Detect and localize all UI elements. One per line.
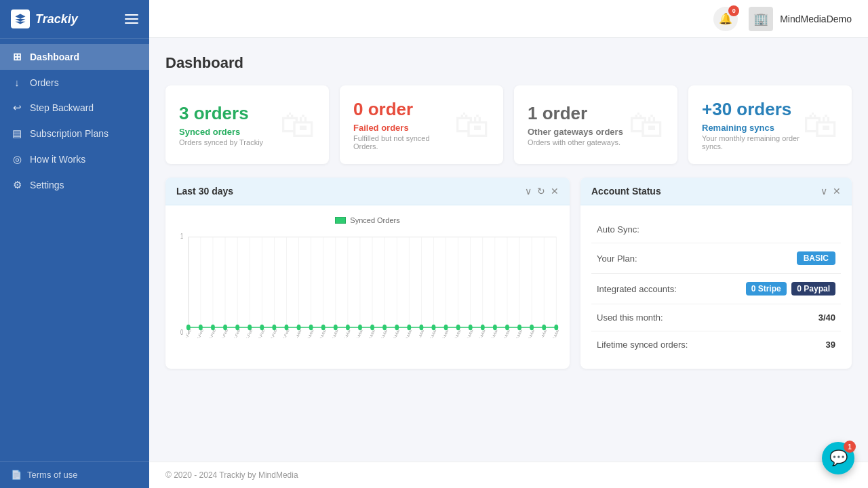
user-menu[interactable]: 🏢 MindMediaDemo xyxy=(749,7,852,31)
auto-sync-row: Auto Sync: xyxy=(591,216,841,243)
plan-badge: BASIC xyxy=(797,251,835,265)
how-it-works-icon: ◎ xyxy=(11,153,23,165)
account-status-title: Account Status xyxy=(591,186,661,197)
chart-close-icon[interactable]: ✕ xyxy=(551,186,559,197)
terms-icon: 📄 xyxy=(11,470,22,480)
user-icon: 🏢 xyxy=(749,7,773,31)
lifetime-synced-value: 39 xyxy=(728,331,841,359)
failed-orders-number: 0 order xyxy=(353,99,454,120)
notification-badge: 0 xyxy=(728,5,739,16)
terms-of-use-link[interactable]: 📄 Terms of use xyxy=(0,461,149,488)
account-close-icon[interactable]: ✕ xyxy=(833,186,841,197)
chart-refresh-icon[interactable]: ↻ xyxy=(537,186,545,197)
remaining-orders-number: +30 orders xyxy=(702,99,803,120)
sidebar-label-orders: Orders xyxy=(30,77,59,88)
synced-orders-label: Synced orders xyxy=(179,127,263,137)
svg-text:0: 0 xyxy=(180,328,183,336)
sidebar-label-how-it-works: How it Works xyxy=(30,154,85,165)
sidebar-label-settings: Settings xyxy=(30,180,64,190)
account-status-header: Account Status ∨ ✕ xyxy=(580,178,852,205)
chat-badge: 1 xyxy=(844,441,856,453)
failed-orders-sub: Fulfilled but not synced Orders. xyxy=(353,134,454,150)
integrated-accounts-label: Integrated accounts: xyxy=(591,274,728,304)
synced-orders-sub: Orders synced by Trackiy xyxy=(179,138,263,146)
plan-label: Your Plan: xyxy=(591,243,728,274)
other-orders-sub: Orders with other gateways. xyxy=(528,138,623,146)
lifetime-synced-label: Lifetime synced orders: xyxy=(591,331,728,359)
auto-sync-label: Auto Sync: xyxy=(591,216,728,243)
logo-area: Trackiy xyxy=(11,9,78,28)
stats-row: 3 orders Synced orders Orders synced by … xyxy=(165,85,852,164)
sidebar-item-step-backward[interactable]: ↩ Step Backward xyxy=(0,95,149,121)
plan-value: BASIC xyxy=(728,243,841,274)
chart-panel-controls: ∨ ↻ ✕ xyxy=(525,186,559,197)
panels-row: Last 30 days ∨ ↻ ✕ Synced Orders xyxy=(165,178,852,369)
legend-synced-box xyxy=(335,217,346,224)
username: MindMediaDemo xyxy=(780,14,852,24)
integrated-accounts-value: 0 Stripe 0 Paypal xyxy=(728,274,841,304)
account-status-body: Auto Sync: Your Plan: BASIC Integrated xyxy=(580,205,852,369)
sidebar-item-settings[interactable]: ⚙ Settings xyxy=(0,172,149,198)
stat-card-failed: 0 order Failed orders Fulfilled but not … xyxy=(340,85,503,164)
paypal-badge: 0 Paypal xyxy=(791,282,835,296)
failed-orders-label: Failed orders xyxy=(353,123,454,133)
other-orders-label: Other gateways orders xyxy=(528,127,623,137)
failed-orders-icon: 🛍 xyxy=(454,107,490,142)
chart-area: 1 0 21-Feb22-Feb23-Feb24 xyxy=(176,230,559,338)
sidebar-header: Trackiy xyxy=(0,0,149,39)
remaining-orders-icon: 🛍 xyxy=(803,107,838,142)
sidebar-item-how-it-works[interactable]: ◎ How it Works xyxy=(0,146,149,172)
chart-collapse-icon[interactable]: ∨ xyxy=(525,186,532,197)
sidebar-item-orders[interactable]: ↓ Orders xyxy=(0,70,149,95)
header: 🔔 0 🏢 MindMediaDemo xyxy=(149,0,868,38)
chart-panel-body: Synced Orders 1 0 xyxy=(165,205,570,349)
footer: © 2020 - 2024 Trackiy by MindMedia xyxy=(149,462,868,488)
sidebar-item-dashboard[interactable]: ⊞ Dashboard xyxy=(0,44,149,70)
lifetime-synced-row: Lifetime synced orders: 39 xyxy=(591,331,841,359)
sidebar-label-step-backward: Step Backward xyxy=(30,102,94,113)
used-this-month-label: Used this month: xyxy=(591,304,728,331)
used-this-month-row: Used this month: 3/40 xyxy=(591,304,841,331)
other-orders-icon: 🛍 xyxy=(629,107,664,142)
step-backward-icon: ↩ xyxy=(11,102,23,114)
content-area: Dashboard 3 orders Synced orders Orders … xyxy=(149,38,868,462)
subscription-icon: ▤ xyxy=(11,127,23,140)
chat-bubble[interactable]: 💬 1 xyxy=(822,442,854,474)
auto-sync-value xyxy=(728,216,841,243)
logo-icon xyxy=(11,9,30,28)
app-name: Trackiy xyxy=(35,12,78,26)
sidebar-label-subscription: Subscription Plans xyxy=(30,128,108,139)
orders-icon: ↓ xyxy=(11,77,23,88)
page-title: Dashboard xyxy=(165,54,852,72)
footer-text: © 2020 - 2024 Trackiy by MindMedia xyxy=(165,470,298,480)
svg-text:1: 1 xyxy=(180,232,183,241)
notification-bell[interactable]: 🔔 0 xyxy=(713,7,738,31)
synced-orders-icon: 🛍 xyxy=(280,107,315,142)
plan-row: Your Plan: BASIC xyxy=(591,243,841,274)
account-table: Auto Sync: Your Plan: BASIC Integrated xyxy=(591,216,841,358)
account-collapse-icon[interactable]: ∨ xyxy=(821,186,827,197)
chart-svg: 1 0 21-Feb22-Feb23-Feb24 xyxy=(176,230,559,338)
main-area: 🔔 0 🏢 MindMediaDemo Dashboard 3 orders S… xyxy=(149,0,868,488)
synced-orders-number: 3 orders xyxy=(179,103,263,124)
other-orders-number: 1 order xyxy=(528,103,623,124)
chart-panel-title: Last 30 days xyxy=(176,186,233,197)
remaining-orders-label: Remaining syncs xyxy=(702,123,803,133)
sidebar: Trackiy ⊞ Dashboard ↓ Orders ↩ Step Back… xyxy=(0,0,149,488)
stat-card-synced: 3 orders Synced orders Orders synced by … xyxy=(165,85,329,164)
used-this-month-value: 3/40 xyxy=(728,304,841,331)
stripe-badge: 0 Stripe xyxy=(746,282,787,296)
stat-card-remaining: +30 orders Remaining syncs Your monthly … xyxy=(688,85,852,164)
stat-card-other: 1 order Other gateways orders Orders wit… xyxy=(514,85,677,164)
account-status-panel: Account Status ∨ ✕ Auto Sync: xyxy=(580,178,852,369)
legend-synced-label: Synced Orders xyxy=(350,216,399,224)
remaining-orders-sub: Your monthly remaining order syncs. xyxy=(702,134,803,150)
account-status-controls: ∨ ✕ xyxy=(821,186,841,197)
hamburger-menu[interactable] xyxy=(125,14,138,24)
sidebar-nav: ⊞ Dashboard ↓ Orders ↩ Step Backward ▤ S… xyxy=(0,39,149,461)
chart-legend: Synced Orders xyxy=(176,216,559,224)
sidebar-item-subscription[interactable]: ▤ Subscription Plans xyxy=(0,121,149,146)
settings-icon: ⚙ xyxy=(11,179,23,191)
sidebar-label-dashboard: Dashboard xyxy=(30,52,79,62)
integrated-accounts-row: Integrated accounts: 0 Stripe 0 Paypal xyxy=(591,274,841,304)
